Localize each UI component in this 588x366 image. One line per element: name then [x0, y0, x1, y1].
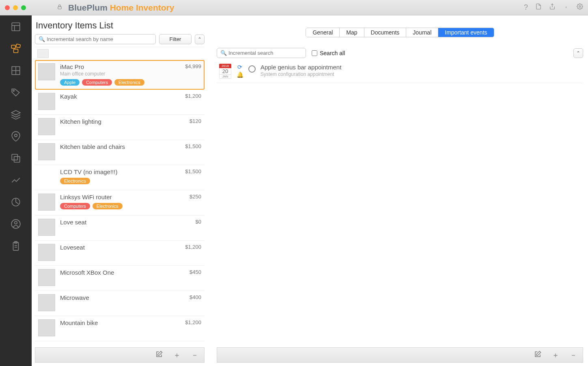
- item-name: LCD TV (no image!!!): [60, 168, 174, 175]
- thumbnail: [38, 244, 55, 261]
- maximize-window-button[interactable]: [21, 5, 26, 10]
- item-price: $0: [179, 219, 201, 236]
- tab-general[interactable]: General: [306, 28, 340, 37]
- tag: Electronics: [60, 178, 90, 184]
- thumbnail: [38, 319, 55, 336]
- filter-button[interactable]: Filter: [159, 34, 192, 44]
- repeat-icon: ⟳: [237, 64, 242, 70]
- list-item[interactable]: Mountain bike$1,200: [35, 316, 205, 341]
- item-name: iMac Pro: [60, 63, 174, 70]
- settings-icon[interactable]: [577, 3, 583, 12]
- list-item[interactable]: Love seat$0: [35, 215, 205, 241]
- item-price: $450: [179, 269, 201, 286]
- list-item[interactable]: Kayak$1,200: [35, 90, 205, 115]
- svg-rect-5: [12, 23, 20, 31]
- edit-icon[interactable]: [155, 351, 163, 360]
- tab-map[interactable]: Map: [340, 28, 364, 37]
- item-name: Mountain bike: [60, 319, 174, 326]
- tag: Computers: [60, 203, 90, 209]
- list-row-partial[interactable]: [35, 47, 205, 60]
- events-collapse-toggle[interactable]: ⌃: [573, 48, 583, 58]
- item-price: $120: [179, 118, 201, 136]
- search-all-label: Search all: [320, 50, 345, 56]
- event-date: 201820JAN: [219, 64, 231, 79]
- svg-point-16: [15, 134, 17, 137]
- item-price: $250: [179, 194, 201, 211]
- list-item[interactable]: Loveseat$1,200: [35, 241, 205, 266]
- svg-point-14: [13, 90, 14, 91]
- thumbnail: [38, 269, 55, 286]
- list-item[interactable]: Kitchen lighting$120: [35, 115, 205, 140]
- events-footer: ＋ －: [217, 347, 583, 363]
- document-icon[interactable]: [535, 3, 542, 12]
- svg-point-4: [579, 6, 581, 7]
- remove-icon[interactable]: －: [570, 350, 577, 360]
- rail-duplicate[interactable]: [8, 152, 24, 165]
- info-icon[interactable]: [563, 3, 569, 12]
- tag: Electronics: [93, 203, 123, 209]
- tab-journal[interactable]: Journal: [406, 28, 438, 37]
- event-row[interactable]: 201820JAN ⟳ 🔔 Apple genius bar appointme…: [217, 62, 583, 83]
- rail-collections[interactable]: [8, 108, 24, 121]
- edit-icon[interactable]: [534, 351, 541, 360]
- list-item[interactable]: iMac ProMain office computerAppleCompute…: [35, 60, 205, 90]
- event-indicators: ⟳ 🔔: [236, 64, 243, 79]
- lock-icon[interactable]: [57, 4, 62, 11]
- item-name: Kitchen table and chairs: [60, 143, 174, 150]
- rail-tags[interactable]: [8, 86, 24, 99]
- events-search-input[interactable]: [228, 50, 302, 56]
- items-search-input[interactable]: [47, 36, 152, 42]
- thumbnail: [38, 194, 55, 211]
- item-price: $1,200: [179, 319, 201, 337]
- svg-rect-0: [58, 6, 61, 9]
- item-price: $4,999: [179, 63, 201, 86]
- list-item[interactable]: Kitchen table and chairs$1,500: [35, 140, 205, 165]
- items-search[interactable]: 🔍: [35, 34, 156, 44]
- thumbnail: [38, 219, 55, 236]
- rail-locations[interactable]: [8, 130, 24, 143]
- rail-analytics[interactable]: [8, 174, 24, 187]
- tab-important-events[interactable]: Important events: [438, 28, 493, 37]
- tab-documents[interactable]: Documents: [364, 28, 407, 37]
- item-name: Loveseat: [60, 244, 174, 251]
- rail-clipboard[interactable]: [8, 239, 24, 252]
- tag: Apple: [60, 79, 80, 86]
- rail-rooms[interactable]: [8, 64, 24, 77]
- add-icon[interactable]: ＋: [552, 350, 559, 360]
- help-icon[interactable]: ?: [524, 3, 528, 12]
- list-item[interactable]: LCD TV (no image!!!)Electronics$1,500: [35, 165, 205, 190]
- event-title: Apple genius bar appointment: [261, 64, 341, 71]
- list-item[interactable]: Microsoft XBox One$450: [35, 266, 205, 291]
- svg-rect-8: [11, 45, 15, 48]
- list-item[interactable]: Linksys WiFi routerComputersElectronics$…: [35, 190, 205, 215]
- svg-rect-17: [14, 157, 20, 162]
- add-icon[interactable]: ＋: [173, 350, 181, 360]
- list-item[interactable]: Microwave$400: [35, 291, 205, 316]
- minimize-window-button[interactable]: [13, 5, 18, 10]
- rail-reports[interactable]: [8, 196, 24, 209]
- events-search[interactable]: 🔍: [217, 48, 306, 58]
- item-tags: ComputersElectronics: [60, 203, 174, 209]
- rail-inventory[interactable]: [8, 42, 24, 55]
- tag: Computers: [82, 79, 112, 86]
- svg-rect-9: [16, 44, 20, 47]
- rail-dashboard[interactable]: [8, 20, 24, 33]
- item-name: Linksys WiFi router: [60, 194, 174, 200]
- event-text: Apple genius bar appointment System conf…: [261, 64, 341, 79]
- items-footer: ＋ －: [35, 347, 205, 363]
- share-icon[interactable]: [549, 3, 556, 12]
- item-price: $1,200: [179, 93, 201, 110]
- search-all-checkbox[interactable]: Search all: [312, 50, 345, 56]
- close-window-button[interactable]: [5, 5, 10, 10]
- rail-contacts[interactable]: [8, 217, 24, 230]
- item-name: Microsoft XBox One: [60, 269, 174, 276]
- search-all-input[interactable]: [312, 50, 317, 56]
- remove-icon[interactable]: －: [191, 350, 198, 360]
- collapse-toggle[interactable]: ⌃: [195, 34, 205, 44]
- item-tags: AppleComputersElectronics: [60, 79, 174, 86]
- item-name: Kitchen lighting: [60, 118, 174, 125]
- event-status-circle[interactable]: [248, 65, 256, 73]
- thumbnail: [38, 168, 55, 185]
- item-price: $1,200: [179, 244, 201, 261]
- toolbar-right: ?: [524, 3, 583, 12]
